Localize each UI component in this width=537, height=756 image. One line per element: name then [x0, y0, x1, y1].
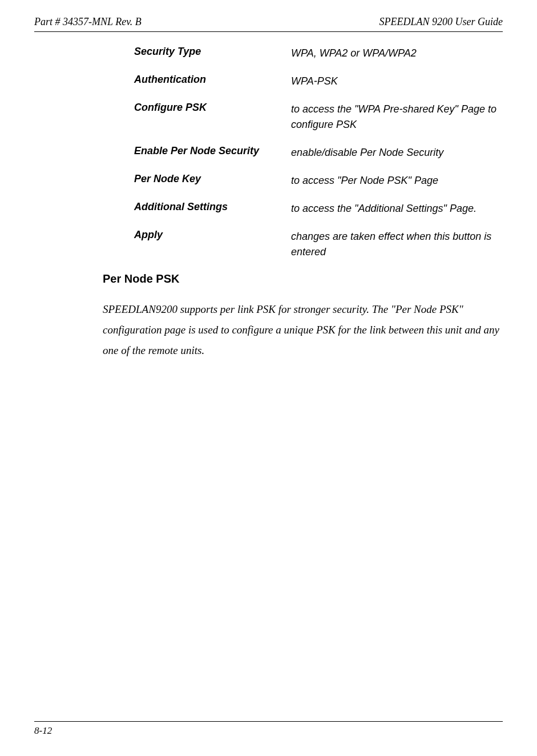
content-area: Security Type WPA, WPA2 or WPA/WPA2 Auth… — [34, 46, 503, 361]
header-rule — [34, 31, 503, 32]
definition-row: Configure PSK to access the "WPA Pre-sha… — [134, 102, 503, 132]
definition-row: Authentication WPA-PSK — [134, 74, 503, 89]
footer-rule — [34, 721, 503, 722]
section-heading: Per Node PSK — [103, 272, 503, 285]
header-right: SPEEDLAN 9200 User Guide — [379, 16, 503, 28]
definition-term: Security Type — [134, 46, 291, 58]
definition-row: Per Node Key to access "Per Node PSK" Pa… — [134, 173, 503, 188]
definition-term: Apply — [134, 229, 291, 241]
header-left: Part # 34357-MNL Rev. B — [34, 16, 142, 28]
definition-description: to access the "Additional Settings" Page… — [291, 201, 503, 216]
definition-term: Authentication — [134, 74, 291, 86]
definition-row: Apply changes are taken effect when this… — [134, 229, 503, 260]
definition-description: changes are taken effect when this butto… — [291, 229, 503, 260]
definition-description: WPA-PSK — [291, 74, 503, 89]
definition-description: WPA, WPA2 or WPA/WPA2 — [291, 46, 503, 61]
definition-row: Additional Settings to access the "Addit… — [134, 201, 503, 216]
definition-term: Enable Per Node Security — [134, 145, 291, 157]
definition-description: to access the "WPA Pre-shared Key" Page … — [291, 102, 503, 132]
page-header: Part # 34357-MNL Rev. B SPEEDLAN 9200 Us… — [34, 16, 503, 28]
definition-term: Configure PSK — [134, 102, 291, 114]
definition-description: to access "Per Node PSK" Page — [291, 173, 503, 188]
definition-term: Per Node Key — [134, 173, 291, 185]
page-footer: 8-12 — [34, 721, 503, 737]
definition-row: Enable Per Node Security enable/disable … — [134, 145, 503, 160]
definition-row: Security Type WPA, WPA2 or WPA/WPA2 — [134, 46, 503, 61]
definition-term: Additional Settings — [134, 201, 291, 213]
page-number: 8-12 — [34, 725, 503, 737]
section-paragraph: SPEEDLAN9200 supports per link PSK for s… — [103, 299, 503, 361]
definition-description: enable/disable Per Node Security — [291, 145, 503, 160]
